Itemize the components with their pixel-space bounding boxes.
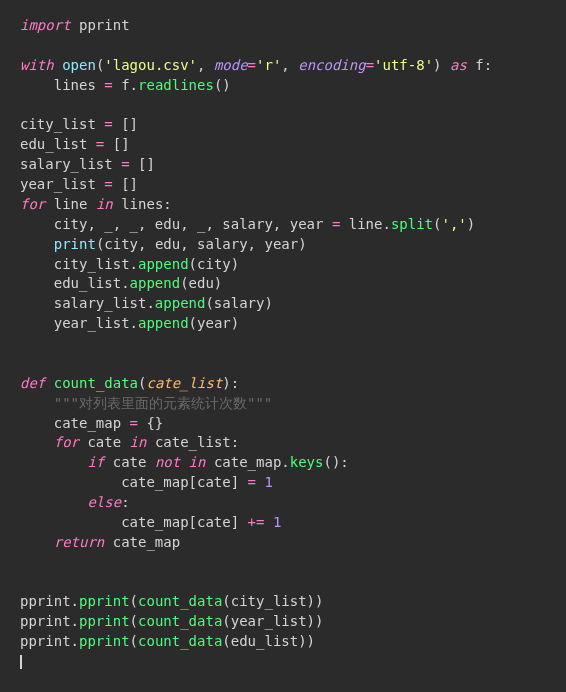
code-token: with [20, 57, 54, 73]
code-token: append [130, 275, 181, 291]
code-token: not [155, 454, 180, 470]
code-token: as [450, 57, 467, 73]
code-token: for [54, 434, 79, 450]
code-token: for [20, 196, 45, 212]
code-token: in [130, 434, 147, 450]
code-token: cate_map. [205, 454, 289, 470]
code-block: import pprint with open('lagou.csv', mod… [0, 0, 566, 688]
code-token: = [130, 415, 138, 431]
code-token: (edu_list)) [222, 633, 315, 649]
code-token [71, 17, 79, 33]
code-token: in [189, 454, 206, 470]
code-token: append [138, 256, 189, 272]
code-token: append [155, 295, 206, 311]
code-token: 1 [273, 514, 281, 530]
code-token: lines [20, 77, 104, 93]
code-token: if [87, 454, 104, 470]
code-token: open [62, 57, 96, 73]
code-token: (edu) [180, 275, 222, 291]
code-token: (city, edu, salary, year) [96, 236, 307, 252]
code-token: += [248, 514, 265, 530]
code-token: year_list [20, 176, 104, 192]
code-token: keys [290, 454, 324, 470]
code-token: import [20, 17, 71, 33]
code-token: mode [214, 57, 248, 73]
code-token: = [366, 57, 374, 73]
code-token: return [54, 534, 105, 550]
code-token: : [121, 494, 129, 510]
code-token: ',' [441, 216, 466, 232]
code-token: edu_list [20, 136, 96, 152]
code-token: , [281, 57, 298, 73]
code-token [20, 534, 54, 550]
code-token [20, 454, 87, 470]
code-token: f. [113, 77, 138, 93]
code-token [45, 375, 53, 391]
code-token: city, _, _, edu, _, salary, year [20, 216, 332, 232]
code-token: = [104, 116, 112, 132]
code-token: readlines [138, 77, 214, 93]
code-token: f: [467, 57, 492, 73]
code-token [264, 514, 272, 530]
code-token: = [104, 176, 112, 192]
code-token [20, 494, 87, 510]
code-token: print [54, 236, 96, 252]
code-token: pprint [79, 613, 130, 629]
code-token [54, 57, 62, 73]
code-token: salary_list. [20, 295, 155, 311]
code-token: ): [222, 375, 239, 391]
code-token: count_data [138, 593, 222, 609]
code-token: line. [340, 216, 391, 232]
code-token: 'utf-8' [374, 57, 433, 73]
code-token: count_data [138, 633, 222, 649]
code-token: edu_list. [20, 275, 130, 291]
code-token: 'r' [256, 57, 281, 73]
code-token [20, 395, 54, 411]
code-token: = [104, 77, 112, 93]
code-token: count_data [54, 375, 138, 391]
code-token: (city_list)) [222, 593, 323, 609]
code-token: 'lagou.csv' [104, 57, 197, 73]
code-token: cate_map[cate] [20, 514, 248, 530]
code-token [180, 454, 188, 470]
code-token: cate_list: [146, 434, 239, 450]
text-cursor [20, 655, 22, 669]
code-token: lines: [113, 196, 172, 212]
code-token: = [248, 474, 256, 490]
code-token: (): [323, 454, 348, 470]
code-token: 1 [264, 474, 272, 490]
code-token: else [87, 494, 121, 510]
code-token: cate_map [20, 415, 130, 431]
code-token: ) [467, 216, 475, 232]
code-token [20, 236, 54, 252]
code-token: [] [130, 156, 155, 172]
code-token: year_list. [20, 315, 138, 331]
code-token: """对列表里面的元素统计次数""" [54, 395, 273, 411]
code-token: pprint [79, 17, 130, 33]
code-token: (salary) [205, 295, 272, 311]
code-token: pprint. [20, 613, 79, 629]
code-token: = [121, 156, 129, 172]
code-token: encoding [298, 57, 365, 73]
code-token: (year_list)) [222, 613, 323, 629]
code-token: line [45, 196, 96, 212]
code-token: = [248, 57, 256, 73]
code-token: pprint. [20, 593, 79, 609]
code-token: () [214, 77, 231, 93]
code-token: city_list. [20, 256, 138, 272]
code-token: ( [130, 633, 138, 649]
code-token: append [138, 315, 189, 331]
code-token: (city) [189, 256, 240, 272]
code-token: def [20, 375, 45, 391]
code-token: (year) [189, 315, 240, 331]
code-token: pprint [79, 593, 130, 609]
code-token [20, 434, 54, 450]
code-token: in [96, 196, 113, 212]
code-token: ( [130, 613, 138, 629]
code-token: cate_map[cate] [20, 474, 248, 490]
code-token: count_data [138, 613, 222, 629]
code-token: [] [113, 116, 138, 132]
code-token: cate [79, 434, 130, 450]
code-token: [] [104, 136, 129, 152]
code-token: ) [433, 57, 450, 73]
